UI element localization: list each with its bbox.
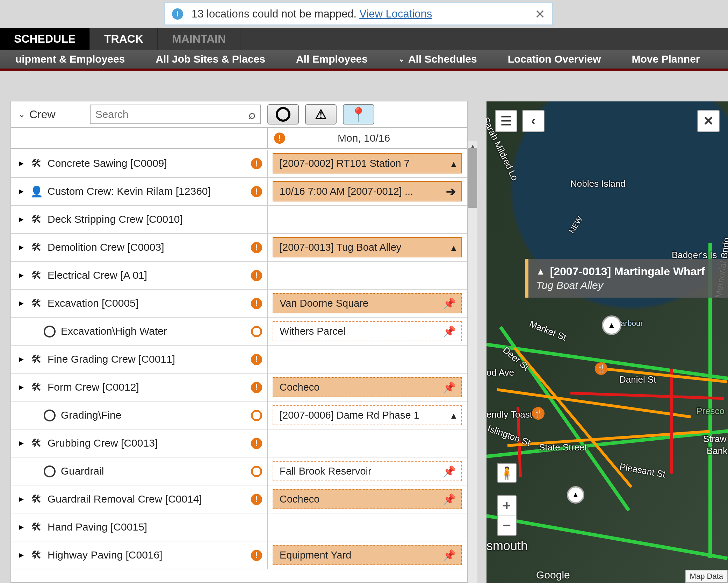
nav-schedules[interactable]: ⌄All Schedules — [383, 53, 492, 65]
crew-cell[interactable]: ▶Excavation [C0005]! — [11, 290, 268, 317]
schedule-cell[interactable]: [2007-0006] Dame Rd Phase 1 — [268, 401, 467, 429]
expand-icon[interactable]: ▶ — [19, 355, 25, 363]
expand-icon[interactable]: ▶ — [19, 215, 25, 223]
expand-icon[interactable]: ▶ — [19, 187, 25, 195]
crew-cell[interactable]: ▶Highway Paving [C0016]! — [11, 541, 268, 569]
crew-row[interactable]: ▶Custom Crew: Kevin Rilam [12360]!10/16 … — [11, 178, 467, 206]
crew-cell[interactable]: Guardrail — [11, 457, 268, 485]
schedule-chip[interactable]: Cocheco📌 — [273, 489, 462, 509]
close-icon[interactable]: ✕ — [535, 8, 545, 21]
search-icon[interactable]: ⌕ — [248, 108, 255, 121]
crew-cell[interactable]: ▶Hand Paving [C0015] — [11, 513, 268, 541]
expand-icon[interactable]: ▶ — [19, 551, 25, 559]
schedule-cell[interactable] — [268, 346, 467, 373]
filter-alert-button[interactable] — [305, 104, 337, 125]
schedule-cell[interactable]: [2007-0002] RT101 Station 7 — [268, 150, 467, 177]
crew-row[interactable]: ▶Guardrail Removal Crew [C0014]!Cocheco📌 — [11, 485, 467, 513]
crew-row[interactable]: ▶Concrete Sawing [C0009]![2007-0002] RT1… — [11, 150, 467, 178]
schedule-cell[interactable]: Cocheco📌 — [268, 374, 467, 401]
scrollbar-track[interactable] — [468, 150, 477, 583]
crew-cell[interactable]: ▶Deck Stripping Crew [C0010] — [11, 206, 268, 233]
restaurant-pin-icon[interactable]: 🍴 — [595, 362, 607, 375]
schedule-cell[interactable] — [268, 513, 467, 541]
schedule-chip[interactable]: Withers Parcel📌 — [273, 321, 462, 341]
schedule-chip[interactable]: Equipment Yard📌 — [273, 545, 462, 565]
crew-row[interactable]: ▶Fine Grading Crew [C0011]! — [11, 346, 467, 374]
map-marker[interactable]: ▲ — [567, 486, 584, 504]
crew-row[interactable]: Excavation\High WaterWithers Parcel📌 — [11, 318, 467, 346]
crew-row[interactable]: Grading\Fine[2007-0006] Dame Rd Phase 1 — [11, 401, 467, 429]
nav-move-planner[interactable]: Move Planner — [616, 53, 715, 65]
map-menu-button[interactable]: ☰ — [495, 110, 517, 132]
zoom-out-button[interactable]: − — [498, 516, 516, 535]
schedule-chip[interactable]: Cocheco📌 — [273, 377, 462, 397]
map-data-button[interactable]: Map Data — [685, 570, 728, 583]
expand-icon[interactable]: ▶ — [19, 495, 25, 503]
expand-icon[interactable]: ▶ — [19, 159, 25, 167]
schedule-chip[interactable]: 10/16 7:00 AM [2007-0012] ...➔ — [273, 181, 462, 201]
expand-icon[interactable]: ▶ — [19, 523, 25, 531]
crew-cell[interactable]: ▶Grubbing Crew [C0013]! — [11, 429, 268, 457]
map-close-button[interactable]: ✕ — [697, 110, 720, 132]
streetview-pegman[interactable]: 🧍 — [497, 463, 517, 483]
schedule-chip[interactable]: [2007-0006] Dame Rd Phase 1 — [273, 405, 462, 425]
schedule-cell[interactable]: [2007-0013] Tug Boat Alley — [268, 234, 467, 261]
map-panel[interactable]: Nobles Island Sarah Mildred Lo Badger's … — [486, 101, 728, 583]
expand-icon[interactable]: ▶ — [19, 243, 25, 251]
tab-track[interactable]: TRACK — [90, 28, 158, 50]
expand-icon[interactable]: ▶ — [19, 299, 25, 307]
schedule-cell[interactable] — [268, 262, 467, 289]
crew-row[interactable]: ▶Highway Paving [C0016]!Equipment Yard📌 — [11, 541, 467, 569]
tab-schedule[interactable]: SCHEDULE — [0, 28, 90, 50]
crew-cell[interactable]: Excavation\High Water — [11, 318, 268, 345]
crew-cell[interactable]: ▶Custom Crew: Kevin Rilam [12360]! — [11, 178, 268, 205]
crew-cell[interactable]: ▶Guardrail Removal Crew [C0014]! — [11, 485, 268, 513]
map-back-button[interactable]: ‹ — [522, 110, 545, 132]
search-field[interactable] — [95, 108, 248, 120]
nav-location-overview[interactable]: Location Overview — [492, 53, 617, 65]
expand-icon[interactable]: ▶ — [19, 439, 25, 447]
notification-link[interactable]: View Locations — [359, 8, 432, 20]
schedule-cell[interactable]: 10/16 7:00 AM [2007-0012] ...➔ — [268, 178, 467, 205]
schedule-cell[interactable]: Fall Brook Reservoir📌 — [268, 457, 467, 485]
map-callout[interactable]: ▲[2007-0013] Martingale Wharf Tug Boat A… — [525, 259, 728, 298]
schedule-chip[interactable]: [2007-0013] Tug Boat Alley — [273, 237, 462, 257]
crew-cell[interactable]: ▶Fine Grading Crew [C0011]! — [11, 346, 268, 373]
restaurant-pin-icon[interactable]: 🍴 — [532, 407, 545, 420]
crew-cell[interactable]: ▶Concrete Sawing [C0009]! — [11, 150, 268, 177]
schedule-cell[interactable]: Cocheco📌 — [268, 485, 467, 513]
nav-employees[interactable]: All Employees — [281, 53, 383, 65]
expand-icon[interactable]: ▶ — [19, 271, 25, 279]
crew-row[interactable]: ▶Demolition Crew [C0003]![2007-0013] Tug… — [11, 234, 467, 262]
schedule-chip[interactable]: [2007-0002] RT101 Station 7 — [273, 153, 462, 173]
expand-icon[interactable]: ▶ — [19, 383, 25, 391]
scrollbar-thumb[interactable] — [468, 148, 477, 208]
crew-row[interactable]: GuardrailFall Brook Reservoir📌 — [11, 457, 467, 485]
crew-cell[interactable]: ▶Electrical Crew [A 01]! — [11, 262, 268, 289]
crew-cell[interactable]: Grading\Fine — [11, 401, 268, 429]
crew-row[interactable]: ▶Hand Paving [C0015] — [11, 513, 467, 541]
search-input[interactable]: ⌕ — [90, 105, 261, 124]
crew-row[interactable]: ▶Excavation [C0005]!Van Doorne Square📌 — [11, 290, 467, 318]
tab-maintain[interactable]: MAINTAIN — [158, 28, 240, 50]
schedule-cell[interactable]: Van Doorne Square📌 — [268, 290, 467, 317]
schedule-cell[interactable]: Withers Parcel📌 — [268, 318, 467, 345]
schedule-chip[interactable]: Fall Brook Reservoir📌 — [273, 461, 462, 481]
filter-circle-button[interactable] — [267, 104, 299, 125]
zoom-in-button[interactable]: + — [498, 496, 516, 516]
crew-row[interactable]: ▶Electrical Crew [A 01]! — [11, 262, 467, 290]
crew-row[interactable]: ▶Grubbing Crew [C0013]! — [11, 429, 467, 457]
nav-equipment-employees[interactable]: uipment & Employees — [0, 53, 140, 65]
crew-cell[interactable]: ▶Form Crew [C0012]! — [11, 374, 268, 401]
schedule-cell[interactable] — [268, 206, 467, 233]
schedule-cell[interactable] — [268, 429, 467, 457]
crew-row[interactable]: ▶Form Crew [C0012]!Cocheco📌 — [11, 374, 467, 401]
map-marker[interactable]: ▲ — [602, 315, 621, 335]
crew-dropdown[interactable]: ⌄ Crew — [18, 108, 84, 121]
crew-row[interactable]: ▶Deck Stripping Crew [C0010] — [11, 206, 467, 234]
nav-job-sites[interactable]: All Job Sites & Places — [140, 53, 280, 65]
schedule-cell[interactable]: Equipment Yard📌 — [268, 541, 467, 569]
schedule-chip[interactable]: Van Doorne Square📌 — [273, 293, 462, 313]
filter-location-button[interactable]: 📍 — [343, 104, 374, 125]
crew-cell[interactable]: ▶Demolition Crew [C0003]! — [11, 234, 268, 261]
